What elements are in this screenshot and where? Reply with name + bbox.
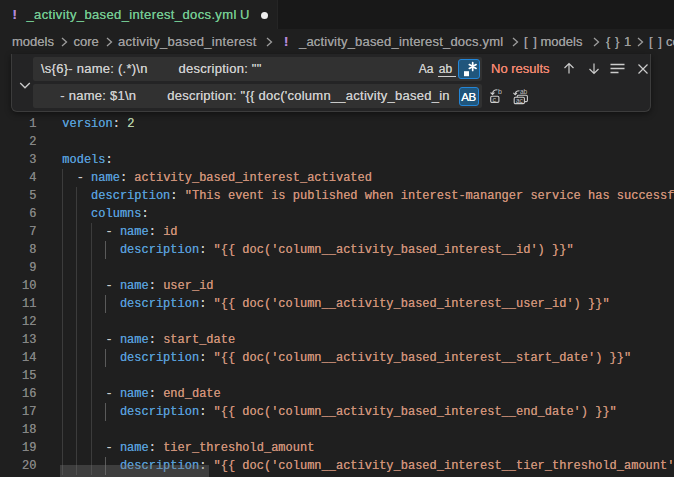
svg-text:b: b — [498, 88, 502, 95]
svg-text:ac: ac — [516, 96, 524, 103]
svg-text:c: c — [493, 96, 497, 103]
svg-text:ab: ab — [520, 88, 528, 95]
